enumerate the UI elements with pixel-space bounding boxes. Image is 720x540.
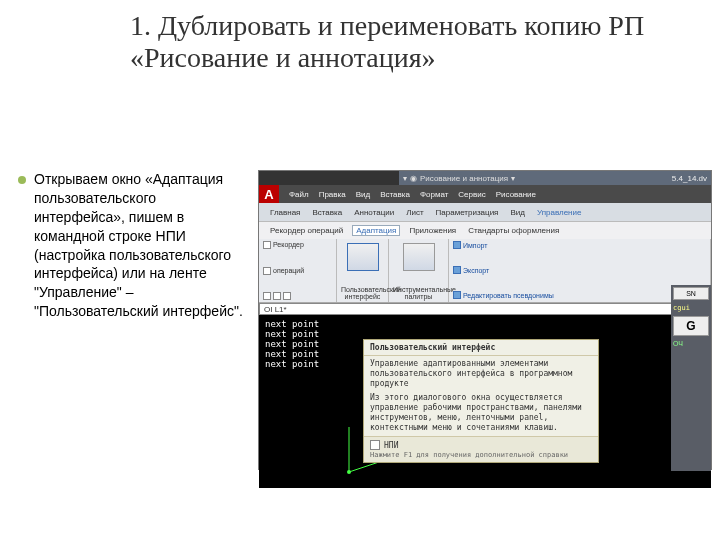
sub-standards[interactable]: Стандарты оформления <box>465 226 562 235</box>
tooltip-line1: Управление адаптированными элементами по… <box>370 359 592 389</box>
draw-text-row: next point <box>265 339 319 349</box>
ribbon-group-recorder: Рекордер операций <box>259 239 337 302</box>
tab-manage[interactable]: Управление <box>534 208 584 217</box>
menu-insert[interactable]: Вставка <box>380 190 410 199</box>
right-box-g[interactable]: G <box>673 316 709 336</box>
draw-text-row: next point <box>265 349 319 359</box>
ribbon-subtabs: Рекордер операций Адаптация Приложения С… <box>259 221 711 239</box>
ribbon-export[interactable]: Экспорт <box>453 266 706 274</box>
menubar: Файл Правка Вид Вставка Формат Сервис Ри… <box>259 185 711 203</box>
cui-label: Пользовательский интерфейс <box>341 286 384 300</box>
palettes-label: Инструментальные палитры <box>393 286 444 300</box>
tab-sheet[interactable]: Лист <box>403 208 426 217</box>
alias-icon <box>453 291 461 299</box>
tooltip-heading: Пользовательский интерфейс <box>364 340 598 356</box>
ribbon-tabs: Главная Вставка Аннотации Лист Параметри… <box>259 203 711 221</box>
qat-arrow-icon: ▾ <box>403 174 407 183</box>
menu-edit[interactable]: Правка <box>319 190 346 199</box>
menu-draw[interactable]: Рисование <box>496 190 536 199</box>
menu-view[interactable]: Вид <box>356 190 370 199</box>
app-screenshot: ▾ ◉ Рисование и аннотация ▾ 5.4_14.dv A … <box>258 170 712 470</box>
filename: 5.4_14.dv <box>672 174 707 183</box>
draw-text-row: next point <box>265 329 319 339</box>
titlebar: ▾ ◉ Рисование и аннотация ▾ 5.4_14.dv <box>259 171 711 185</box>
bullet-dot-icon <box>18 176 26 184</box>
ribbon-button-cui[interactable]: Пользовательский интерфейс <box>337 239 389 302</box>
tooltip-cmd: НПИ <box>384 441 398 450</box>
workspace-icon: ◉ <box>410 174 417 183</box>
cui-icon <box>347 243 379 271</box>
draw-text-row: next point <box>265 319 319 329</box>
drawing-area[interactable]: next point next point next point next po… <box>259 315 711 488</box>
svg-point-2 <box>347 470 351 474</box>
ribbon-alias[interactable]: Редактировать псевдонимы <box>453 291 706 299</box>
tab-view[interactable]: Вид <box>507 208 527 217</box>
tab-param[interactable]: Параметризация <box>433 208 502 217</box>
sub-recorder[interactable]: Рекордер операций <box>267 226 346 235</box>
import-icon <box>453 241 461 249</box>
ribbon-button-palettes[interactable]: Инструментальные палитры <box>389 239 449 302</box>
tab-annotate[interactable]: Аннотации <box>351 208 397 217</box>
sub-adapt[interactable]: Адаптация <box>352 225 400 236</box>
export-icon <box>453 266 461 274</box>
tooltip-line2: Из этого диалогового окна осуществляется… <box>370 393 592 433</box>
slide-title: 1. Дублировать и переименовать копию РП … <box>130 10 710 74</box>
sub-apps[interactable]: Приложения <box>406 226 459 235</box>
bullet-area: Открываем окно «Адаптация пользовательск… <box>18 170 243 321</box>
tooltip: Пользовательский интерфейс Управление ад… <box>363 339 599 463</box>
right-cgui: cgui <box>673 304 709 312</box>
ribbon-import[interactable]: Импорт <box>453 241 706 249</box>
right-panel: SN cgui G ОЧ <box>671 285 711 471</box>
tooltip-help: Нажмите F1 для получения дополнительной … <box>370 451 592 459</box>
command-line[interactable]: OI L1* <box>259 303 711 315</box>
draw-text-row: next point <box>265 359 319 369</box>
tab-home[interactable]: Главная <box>267 208 303 217</box>
right-box-sn[interactable]: SN <box>673 287 709 300</box>
right-oc: ОЧ <box>673 340 709 347</box>
app-logo-icon: A <box>259 185 279 203</box>
menu-format[interactable]: Формат <box>420 190 448 199</box>
workspace-name: Рисование и аннотация <box>420 174 508 183</box>
bullet-item: Открываем окно «Адаптация пользовательск… <box>18 170 243 321</box>
ribbon: Рекордер операций Пользовательский интер… <box>259 239 711 303</box>
menu-tools[interactable]: Сервис <box>458 190 485 199</box>
tooltip-cmd-icon <box>370 440 380 450</box>
palettes-icon <box>403 243 435 271</box>
tab-insert[interactable]: Вставка <box>309 208 345 217</box>
menu-file[interactable]: Файл <box>289 190 309 199</box>
bullet-text: Открываем окно «Адаптация пользовательск… <box>34 170 243 321</box>
